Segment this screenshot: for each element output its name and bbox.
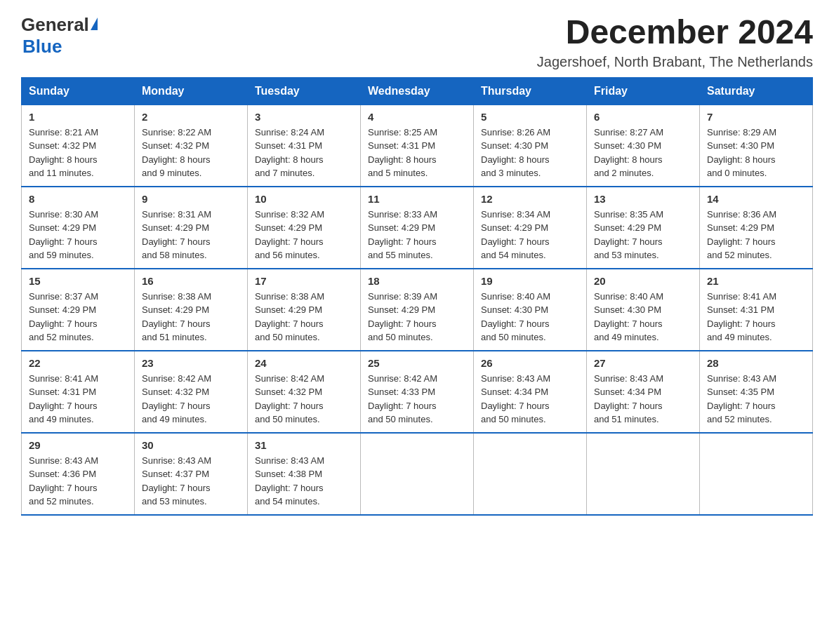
- day-cell-8: 8Sunrise: 8:30 AM Sunset: 4:29 PM Daylig…: [22, 187, 135, 269]
- weekday-header-thursday: Thursday: [474, 77, 587, 105]
- day-info: Sunrise: 8:42 AM Sunset: 4:32 PM Dayligh…: [142, 372, 240, 427]
- day-number: 12: [481, 193, 579, 205]
- calendar-title: December 2024: [537, 14, 813, 51]
- day-number: 5: [481, 111, 579, 123]
- day-info: Sunrise: 8:43 AM Sunset: 4:38 PM Dayligh…: [255, 454, 353, 509]
- day-info: Sunrise: 8:22 AM Sunset: 4:32 PM Dayligh…: [142, 126, 240, 180]
- day-info: Sunrise: 8:27 AM Sunset: 4:30 PM Dayligh…: [594, 126, 692, 180]
- day-info: Sunrise: 8:43 AM Sunset: 4:36 PM Dayligh…: [29, 454, 127, 509]
- day-number: 27: [594, 357, 692, 369]
- weekday-header-wednesday: Wednesday: [361, 77, 474, 105]
- day-number: 31: [255, 439, 353, 451]
- page-header: General Blue December 2024 Jagershoef, N…: [21, 14, 813, 70]
- day-number: 3: [255, 111, 353, 123]
- weekday-header-friday: Friday: [587, 77, 700, 105]
- day-info: Sunrise: 8:36 AM Sunset: 4:29 PM Dayligh…: [707, 208, 805, 262]
- day-info: Sunrise: 8:41 AM Sunset: 4:31 PM Dayligh…: [29, 372, 127, 427]
- day-info: Sunrise: 8:35 AM Sunset: 4:29 PM Dayligh…: [594, 208, 692, 262]
- empty-cell: [587, 433, 700, 515]
- day-number: 6: [594, 111, 692, 123]
- day-info: Sunrise: 8:38 AM Sunset: 4:29 PM Dayligh…: [255, 290, 353, 344]
- day-number: 26: [481, 357, 579, 369]
- day-cell-25: 25Sunrise: 8:42 AM Sunset: 4:33 PM Dayli…: [361, 351, 474, 433]
- logo-blue-text: Blue: [22, 36, 62, 58]
- day-info: Sunrise: 8:32 AM Sunset: 4:29 PM Dayligh…: [255, 208, 353, 262]
- weekday-header-sunday: Sunday: [22, 77, 135, 105]
- day-info: Sunrise: 8:38 AM Sunset: 4:29 PM Dayligh…: [142, 290, 240, 344]
- calendar-table: SundayMondayTuesdayWednesdayThursdayFrid…: [21, 77, 813, 516]
- day-number: 18: [368, 275, 466, 287]
- day-info: Sunrise: 8:39 AM Sunset: 4:29 PM Dayligh…: [368, 290, 466, 344]
- day-number: 29: [29, 439, 127, 451]
- day-cell-12: 12Sunrise: 8:34 AM Sunset: 4:29 PM Dayli…: [474, 187, 587, 269]
- day-info: Sunrise: 8:30 AM Sunset: 4:29 PM Dayligh…: [29, 208, 127, 262]
- day-cell-1: 1Sunrise: 8:21 AM Sunset: 4:32 PM Daylig…: [22, 105, 135, 187]
- day-info: Sunrise: 8:43 AM Sunset: 4:35 PM Dayligh…: [707, 372, 805, 427]
- day-number: 2: [142, 111, 240, 123]
- day-cell-28: 28Sunrise: 8:43 AM Sunset: 4:35 PM Dayli…: [700, 351, 813, 433]
- day-cell-26: 26Sunrise: 8:43 AM Sunset: 4:34 PM Dayli…: [474, 351, 587, 433]
- day-number: 4: [368, 111, 466, 123]
- day-number: 14: [707, 193, 805, 205]
- day-cell-23: 23Sunrise: 8:42 AM Sunset: 4:32 PM Dayli…: [135, 351, 248, 433]
- day-number: 9: [142, 193, 240, 205]
- day-number: 17: [255, 275, 353, 287]
- week-row-1: 1Sunrise: 8:21 AM Sunset: 4:32 PM Daylig…: [22, 105, 813, 187]
- day-number: 7: [707, 111, 805, 123]
- day-number: 11: [368, 193, 466, 205]
- day-info: Sunrise: 8:40 AM Sunset: 4:30 PM Dayligh…: [481, 290, 579, 344]
- day-cell-18: 18Sunrise: 8:39 AM Sunset: 4:29 PM Dayli…: [361, 269, 474, 351]
- day-info: Sunrise: 8:42 AM Sunset: 4:32 PM Dayligh…: [255, 372, 353, 427]
- day-info: Sunrise: 8:41 AM Sunset: 4:31 PM Dayligh…: [707, 290, 805, 344]
- day-cell-22: 22Sunrise: 8:41 AM Sunset: 4:31 PM Dayli…: [22, 351, 135, 433]
- day-number: 16: [142, 275, 240, 287]
- weekday-header-row: SundayMondayTuesdayWednesdayThursdayFrid…: [22, 77, 813, 105]
- day-cell-15: 15Sunrise: 8:37 AM Sunset: 4:29 PM Dayli…: [22, 269, 135, 351]
- day-number: 28: [707, 357, 805, 369]
- day-cell-9: 9Sunrise: 8:31 AM Sunset: 4:29 PM Daylig…: [135, 187, 248, 269]
- day-number: 19: [481, 275, 579, 287]
- day-cell-27: 27Sunrise: 8:43 AM Sunset: 4:34 PM Dayli…: [587, 351, 700, 433]
- day-cell-4: 4Sunrise: 8:25 AM Sunset: 4:31 PM Daylig…: [361, 105, 474, 187]
- day-cell-10: 10Sunrise: 8:32 AM Sunset: 4:29 PM Dayli…: [248, 187, 361, 269]
- day-cell-11: 11Sunrise: 8:33 AM Sunset: 4:29 PM Dayli…: [361, 187, 474, 269]
- day-cell-17: 17Sunrise: 8:38 AM Sunset: 4:29 PM Dayli…: [248, 269, 361, 351]
- day-number: 15: [29, 275, 127, 287]
- logo: General Blue: [21, 14, 98, 58]
- day-number: 23: [142, 357, 240, 369]
- day-cell-19: 19Sunrise: 8:40 AM Sunset: 4:30 PM Dayli…: [474, 269, 587, 351]
- empty-cell: [361, 433, 474, 515]
- day-cell-31: 31Sunrise: 8:43 AM Sunset: 4:38 PM Dayli…: [248, 433, 361, 515]
- day-cell-3: 3Sunrise: 8:24 AM Sunset: 4:31 PM Daylig…: [248, 105, 361, 187]
- day-number: 20: [594, 275, 692, 287]
- day-cell-6: 6Sunrise: 8:27 AM Sunset: 4:30 PM Daylig…: [587, 105, 700, 187]
- day-info: Sunrise: 8:26 AM Sunset: 4:30 PM Dayligh…: [481, 126, 579, 180]
- day-number: 8: [29, 193, 127, 205]
- day-cell-7: 7Sunrise: 8:29 AM Sunset: 4:30 PM Daylig…: [700, 105, 813, 187]
- day-cell-14: 14Sunrise: 8:36 AM Sunset: 4:29 PM Dayli…: [700, 187, 813, 269]
- title-block: December 2024 Jagershoef, North Brabant,…: [537, 14, 813, 70]
- day-cell-21: 21Sunrise: 8:41 AM Sunset: 4:31 PM Dayli…: [700, 269, 813, 351]
- day-number: 21: [707, 275, 805, 287]
- day-cell-20: 20Sunrise: 8:40 AM Sunset: 4:30 PM Dayli…: [587, 269, 700, 351]
- day-info: Sunrise: 8:25 AM Sunset: 4:31 PM Dayligh…: [368, 126, 466, 180]
- day-info: Sunrise: 8:29 AM Sunset: 4:30 PM Dayligh…: [707, 126, 805, 180]
- empty-cell: [474, 433, 587, 515]
- week-row-3: 15Sunrise: 8:37 AM Sunset: 4:29 PM Dayli…: [22, 269, 813, 351]
- logo-triangle-icon: [91, 18, 98, 30]
- weekday-header-saturday: Saturday: [700, 77, 813, 105]
- day-info: Sunrise: 8:33 AM Sunset: 4:29 PM Dayligh…: [368, 208, 466, 262]
- day-cell-5: 5Sunrise: 8:26 AM Sunset: 4:30 PM Daylig…: [474, 105, 587, 187]
- week-row-4: 22Sunrise: 8:41 AM Sunset: 4:31 PM Dayli…: [22, 351, 813, 433]
- day-number: 24: [255, 357, 353, 369]
- day-info: Sunrise: 8:34 AM Sunset: 4:29 PM Dayligh…: [481, 208, 579, 262]
- day-number: 30: [142, 439, 240, 451]
- weekday-header-tuesday: Tuesday: [248, 77, 361, 105]
- week-row-5: 29Sunrise: 8:43 AM Sunset: 4:36 PM Dayli…: [22, 433, 813, 515]
- day-info: Sunrise: 8:43 AM Sunset: 4:34 PM Dayligh…: [594, 372, 692, 427]
- day-cell-29: 29Sunrise: 8:43 AM Sunset: 4:36 PM Dayli…: [22, 433, 135, 515]
- day-info: Sunrise: 8:21 AM Sunset: 4:32 PM Dayligh…: [29, 126, 127, 180]
- day-info: Sunrise: 8:40 AM Sunset: 4:30 PM Dayligh…: [594, 290, 692, 344]
- day-cell-2: 2Sunrise: 8:22 AM Sunset: 4:32 PM Daylig…: [135, 105, 248, 187]
- day-info: Sunrise: 8:31 AM Sunset: 4:29 PM Dayligh…: [142, 208, 240, 262]
